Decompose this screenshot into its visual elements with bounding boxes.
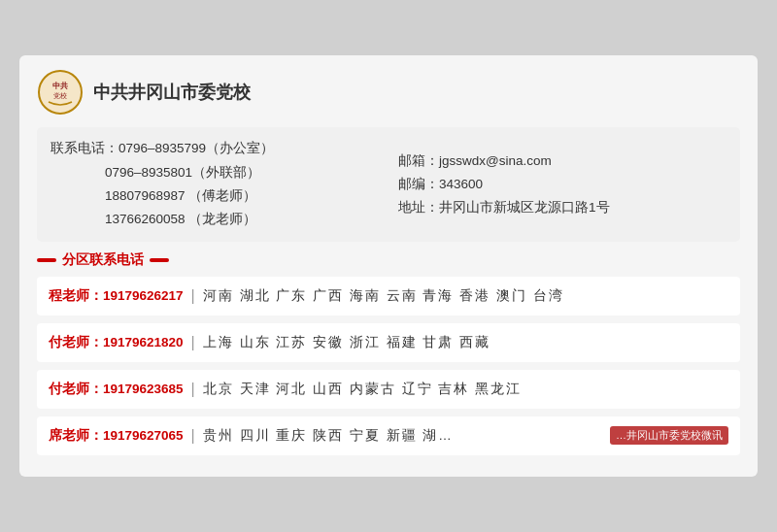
watermark: …井冈山市委党校微讯 <box>610 426 728 445</box>
svg-text:中共: 中共 <box>52 82 68 90</box>
contact-row-2: 付老师：19179623685 | 北京 天津 河北 山西 内蒙古 辽宁 吉林 … <box>37 370 740 409</box>
header: 中共 党校 中共井冈山市委党校 <box>37 69 740 116</box>
contact-row-3: 席老师：19179627065 | 贵州 四川 重庆 陕西 宁夏 新疆 湖… …… <box>37 416 740 455</box>
contact-divider-3: | <box>191 427 195 445</box>
postcode: 343600 <box>439 177 483 191</box>
address-label: 地址： <box>398 200 439 215</box>
school-name: 中共井冈山市委党校 <box>93 81 251 104</box>
contact-row-1: 付老师：19179621820 | 上海 山东 江苏 安徽 浙江 福建 甘肃 西… <box>37 323 740 362</box>
section-title-bar: 分区联系电话 <box>37 251 740 269</box>
contact-person-0: 程老师：19179626217 <box>49 287 184 305</box>
phone-row-2: 0796–8935801（外联部） <box>51 161 379 184</box>
contact-person-1: 付老师：19179621820 <box>49 334 184 351</box>
contact-regions-1: 上海 山东 江苏 安徽 浙江 福建 甘肃 西藏 <box>203 334 490 351</box>
email: jgsswdx@sina.com <box>439 153 552 168</box>
title-bar-right <box>150 258 169 262</box>
svg-text:党校: 党校 <box>53 92 67 100</box>
postcode-label: 邮编： <box>398 177 439 191</box>
contact-row-0: 程老师：19179626217 | 河南 湖北 广东 广西 海南 云南 青海 香… <box>37 277 740 316</box>
phone1: 0796–8935799（办公室） <box>118 141 274 155</box>
contact-person-2: 付老师：19179623685 <box>49 381 184 398</box>
contact-divider-2: | <box>191 381 195 398</box>
phone-label: 联系电话： <box>51 141 118 155</box>
phone-row-1: 联系电话：0796–8935799（办公室） <box>51 137 379 160</box>
phone4: 13766260058 （龙老师） <box>105 212 256 226</box>
postcode-row: 邮编：343600 <box>398 173 726 196</box>
phone-row-4: 13766260058 （龙老师） <box>51 208 379 231</box>
main-container: 中共 党校 中共井冈山市委党校 联系电话：0796–8935799（办公室） 0… <box>19 55 758 476</box>
contact-regions-3: 贵州 四川 重庆 陕西 宁夏 新疆 湖… <box>203 427 454 445</box>
contact-divider-0: | <box>191 287 195 305</box>
address: 井冈山市新城区龙源口路1号 <box>439 200 610 215</box>
page-background: 中共 党校 中共井冈山市委党校 联系电话：0796–8935799（办公室） 0… <box>0 0 777 532</box>
contact-divider-1: | <box>191 334 195 351</box>
contact-regions-2: 北京 天津 河北 山西 内蒙古 辽宁 吉林 黑龙江 <box>203 381 522 398</box>
phone2: 0796–8935801（外联部） <box>105 165 260 180</box>
info-right: 邮箱：jgsswdx@sina.com 邮编：343600 地址：井冈山市新城区… <box>398 137 726 231</box>
school-logo: 中共 党校 <box>37 69 84 116</box>
contact-regions-0: 河南 湖北 广东 广西 海南 云南 青海 香港 澳门 台湾 <box>203 287 564 305</box>
info-left: 联系电话：0796–8935799（办公室） 0796–8935801（外联部）… <box>51 137 379 231</box>
contact-person-3: 席老师：19179627065 <box>49 427 184 445</box>
email-row: 邮箱：jgsswdx@sina.com <box>398 150 726 173</box>
email-label: 邮箱： <box>398 153 439 168</box>
title-bar-left <box>37 258 56 262</box>
address-row: 地址：井冈山市新城区龙源口路1号 <box>398 196 726 219</box>
info-section: 联系电话：0796–8935799（办公室） 0796–8935801（外联部）… <box>37 127 740 241</box>
section-title-text: 分区联系电话 <box>62 251 144 269</box>
phone-row-3: 18807968987 （傅老师） <box>51 184 379 208</box>
phone3: 18807968987 （傅老师） <box>105 188 256 203</box>
